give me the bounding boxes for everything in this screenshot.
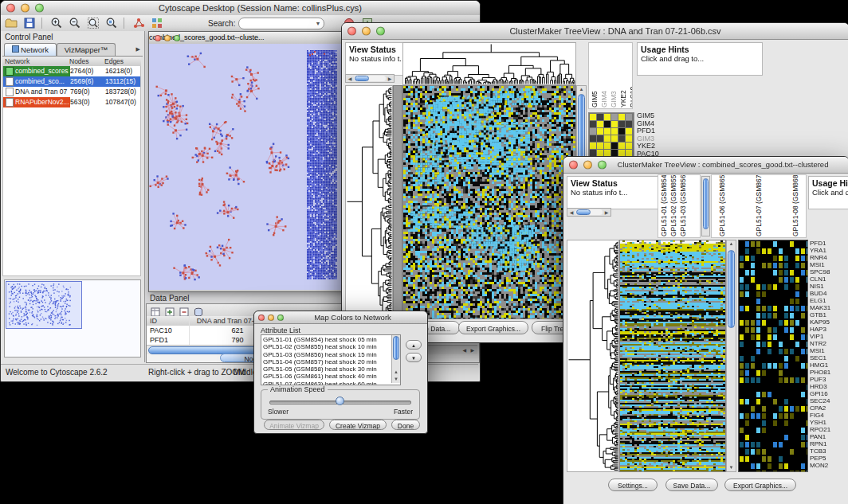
column-label[interactable]: GIM3 bbox=[610, 44, 618, 107]
gene-label[interactable]: GPI16 bbox=[810, 390, 846, 397]
heatmap-zoom-view[interactable] bbox=[738, 240, 808, 472]
gene-label[interactable]: HRD3 bbox=[810, 383, 846, 390]
attribute-list-item[interactable]: GPL51-04 (GSM857) heat shock 20 min bbox=[263, 358, 391, 365]
gene-label[interactable]: PHO81 bbox=[810, 369, 846, 376]
scroll-down-icon[interactable]: ▼ bbox=[392, 376, 400, 383]
close-button[interactable] bbox=[258, 315, 265, 321]
list-vscrollbar[interactable]: ▲ ▼ bbox=[391, 335, 400, 383]
animate-vizmap-button[interactable]: Animate Vizmap bbox=[264, 420, 324, 430]
scroll-down-icon[interactable]: ▼ bbox=[727, 464, 736, 471]
speed-slider-thumb[interactable] bbox=[336, 397, 344, 405]
dendrogram-hscrollbar[interactable]: ◀ ▶ bbox=[567, 208, 611, 217]
treeview1-titlebar[interactable]: ClusterMaker TreeView : DNA and Tran 07-… bbox=[342, 23, 848, 40]
minimize-button[interactable] bbox=[583, 161, 592, 170]
zoom-button[interactable] bbox=[35, 4, 44, 13]
tab-overflow-arrow[interactable]: ▶ bbox=[136, 46, 140, 53]
gene-label[interactable]: RPO21 bbox=[810, 426, 846, 433]
create-attribute-icon[interactable] bbox=[165, 306, 175, 315]
zoom-in-icon[interactable] bbox=[50, 17, 65, 29]
tab-vizmapper[interactable]: VizMapper™ bbox=[57, 43, 116, 56]
zoom-out-icon[interactable] bbox=[69, 17, 83, 29]
hscrollbar-thumb[interactable] bbox=[576, 209, 591, 215]
settings-button[interactable]: Settings... bbox=[608, 479, 658, 491]
select-attributes-icon[interactable] bbox=[151, 306, 161, 315]
network-table-row[interactable]: RNAPuberNov2... 563(0) 107847(0) bbox=[3, 97, 140, 107]
gene-label[interactable]: SPC98 bbox=[810, 268, 846, 275]
zoom-fit-icon[interactable] bbox=[87, 17, 101, 29]
close-button[interactable] bbox=[347, 27, 356, 36]
gene-label[interactable]: ELG1 bbox=[810, 297, 846, 304]
gene-label[interactable]: PUF3 bbox=[810, 376, 846, 383]
scroll-up-icon[interactable]: ▲ bbox=[577, 86, 586, 93]
attribute-function-icon[interactable] bbox=[194, 306, 204, 315]
gene-label[interactable]: YSH1 bbox=[810, 419, 846, 426]
zoom-button[interactable] bbox=[277, 315, 284, 321]
open-session-icon[interactable] bbox=[5, 17, 19, 29]
column-label[interactable]: GIM4 bbox=[600, 44, 608, 107]
gene-label[interactable]: CLN1 bbox=[810, 275, 846, 283]
scroll-up-icon[interactable]: ▲ bbox=[727, 240, 736, 248]
gene-dendrogram[interactable] bbox=[345, 85, 393, 319]
gene-label[interactable]: RNR4 bbox=[810, 254, 846, 261]
gene-dendrogram[interactable] bbox=[567, 240, 619, 472]
create-vizmap-button[interactable]: Create Vizmap bbox=[329, 420, 387, 430]
gene-label[interactable]: BUD4 bbox=[810, 290, 846, 297]
treeview2-titlebar[interactable]: ClusterMaker TreeView : combined_scores_… bbox=[563, 157, 848, 174]
search-input[interactable] bbox=[238, 18, 324, 29]
gene-label[interactable]: MSI1 bbox=[810, 347, 846, 354]
close-button[interactable] bbox=[6, 4, 15, 13]
attribute-list-item[interactable]: GPL51-01 (GSM854) heat shock 05 min bbox=[263, 336, 391, 343]
scroll-left-icon[interactable]: ◀ bbox=[567, 209, 575, 215]
zoom-button[interactable] bbox=[174, 35, 180, 41]
network-window-controls[interactable] bbox=[155, 35, 180, 41]
window-controls[interactable] bbox=[258, 315, 284, 321]
vscrollbar-thumb[interactable] bbox=[703, 178, 709, 229]
labels-vscrollbar[interactable] bbox=[701, 176, 710, 236]
close-button[interactable] bbox=[569, 161, 578, 170]
scroll-right-icon[interactable]: ▶ bbox=[603, 209, 610, 215]
gene-label[interactable]: SEC24 bbox=[810, 397, 846, 404]
gene-label[interactable]: NIS1 bbox=[810, 283, 846, 290]
window-controls[interactable] bbox=[6, 4, 44, 13]
gene-label[interactable]: SEC1 bbox=[810, 354, 846, 361]
done-button[interactable]: Done bbox=[391, 420, 420, 430]
move-down-button[interactable]: ▼ bbox=[406, 353, 422, 362]
column-label[interactable]: GPL51-01 (GSM854) bbox=[660, 176, 668, 236]
zoom-button[interactable] bbox=[376, 27, 385, 36]
gene-label[interactable]: PAN1 bbox=[810, 433, 846, 440]
gene-label[interactable]: HAP3 bbox=[810, 326, 846, 333]
network-table-row[interactable]: combined_sco... 2569(6) 13112(15) bbox=[3, 76, 140, 87]
scroll-right-icon[interactable]: ▶ bbox=[386, 76, 394, 81]
gene-label[interactable]: GTB1 bbox=[810, 311, 846, 318]
network-canvas[interactable] bbox=[149, 44, 345, 290]
save-data-button[interactable]: Save Data... bbox=[665, 479, 718, 491]
move-up-button[interactable]: ▲ bbox=[406, 340, 422, 350]
dialog-titlebar[interactable]: Map Colors to Network bbox=[254, 311, 427, 324]
scroll-right-icon[interactable]: ▶ bbox=[470, 347, 474, 353]
export-graphics-button[interactable]: Export Graphics... bbox=[724, 479, 796, 491]
network-table-row[interactable]: DNA and Tran 07 769(0) 183728(0) bbox=[3, 87, 140, 97]
gene-label[interactable]: PEP5 bbox=[810, 455, 846, 462]
gene-label[interactable]: CPA2 bbox=[810, 404, 846, 412]
heatmap-zoom-view[interactable] bbox=[588, 112, 634, 158]
column-label[interactable]: GPL51-02 (GSM855) bbox=[669, 176, 677, 236]
scroll-left-icon[interactable]: ◀ bbox=[462, 347, 466, 353]
column-label[interactable]: GPL51-07 (GSM867) bbox=[755, 176, 763, 236]
gene-label[interactable]: YRA1 bbox=[810, 247, 846, 254]
gene-label[interactable]: VIP1 bbox=[810, 333, 846, 340]
export-graphics-button[interactable]: Export Graphics... bbox=[458, 321, 528, 334]
layout-icon[interactable] bbox=[132, 17, 147, 29]
scroll-up-icon[interactable]: ▲ bbox=[392, 369, 400, 376]
close-button[interactable] bbox=[155, 35, 161, 41]
tab-network[interactable]: Network bbox=[4, 43, 57, 56]
hscrollbar-thumb[interactable] bbox=[355, 76, 369, 81]
column-label[interactable]: GIM5 bbox=[591, 44, 599, 107]
gene-label[interactable]: HMG1 bbox=[810, 361, 846, 369]
column-label[interactable]: YKE2 bbox=[619, 44, 627, 107]
search-dropdown-icon[interactable]: ▼ bbox=[315, 21, 320, 26]
minimize-button[interactable] bbox=[268, 315, 274, 321]
attribute-list-item[interactable]: GPL51-03 (GSM856) heat shock 15 min bbox=[263, 351, 391, 358]
gene-label[interactable]: MAK31 bbox=[810, 304, 846, 311]
column-label[interactable]: GPL51-03 (GSM856) bbox=[679, 176, 687, 236]
save-session-icon[interactable] bbox=[23, 17, 37, 29]
